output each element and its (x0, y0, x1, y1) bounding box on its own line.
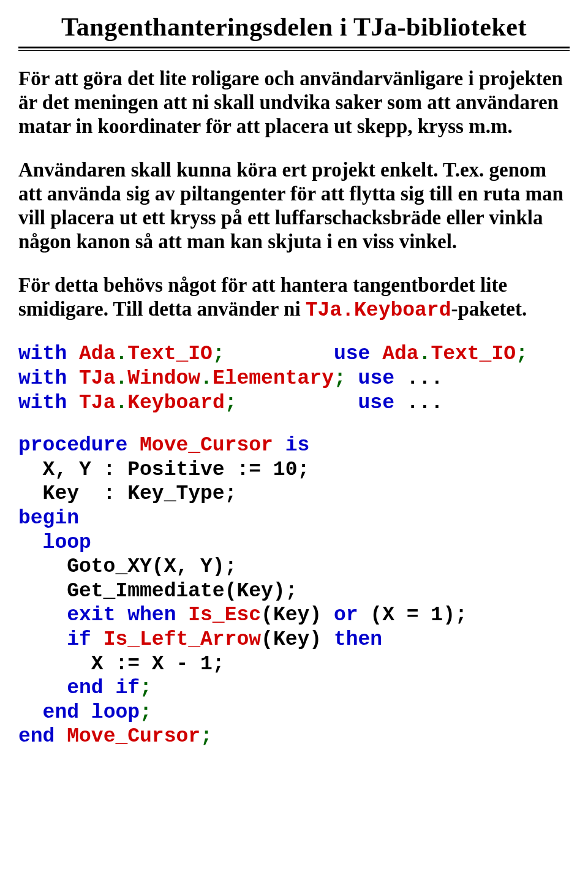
proc-name: Move_Cursor (140, 434, 273, 457)
args-isesc: (Key) (261, 604, 334, 626)
pkg-tja-2: TJa (79, 392, 115, 414)
kw-use-3: use (358, 392, 394, 414)
title-rule-bottom (18, 50, 570, 51)
dot: . (115, 392, 127, 414)
code-procedure: procedure Move_Cursor is X, Y : Positive… (18, 433, 570, 749)
cond-x1: (X = 1); (370, 604, 467, 626)
sc: ; (225, 392, 237, 414)
dot: . (115, 367, 127, 390)
call-gotoxy: Goto_XY(X, Y); (18, 555, 236, 578)
page: Tangenthanteringsdelen i TJa-biblioteket… (0, 0, 588, 885)
paragraph-3: För detta behövs något för att hantera t… (18, 273, 570, 323)
kw-procedure: procedure (18, 434, 127, 457)
decl-key: Key : Key_Type; (18, 482, 236, 505)
fn-isesc: Is_Esc (188, 604, 261, 626)
paragraph-2: Användaren skall kunna köra ert projekt … (18, 158, 570, 254)
assign-x: X := X - 1; (18, 653, 225, 675)
pad (346, 367, 358, 390)
title-rule-top (18, 47, 570, 48)
inline-code-tja-keyboard: TJa.Keyboard (306, 299, 451, 322)
fn-isleftarrow: Is_Left_Arrow (104, 628, 261, 651)
kw-loop: loop (18, 531, 91, 554)
rest: ... (394, 367, 443, 390)
kw-begin: begin (18, 507, 79, 530)
sc: ; (334, 367, 346, 390)
kw-end: end (18, 725, 55, 748)
pad (237, 392, 358, 414)
decl-xy: X, Y : Positive := 10; (18, 458, 309, 481)
kw-then: then (334, 628, 382, 651)
kw-use-1: use (334, 343, 370, 365)
pad (225, 343, 334, 365)
kw-if: if (67, 628, 91, 651)
pkg-ada-2: Ada (382, 343, 418, 365)
args-isleftarrow: (Key) (261, 628, 334, 651)
pkg-elementary: Elementary (213, 367, 334, 390)
kw-exit-when: exit when (67, 604, 176, 626)
pkg-tja-1: TJa (79, 367, 115, 390)
kw-with-1: with (18, 343, 67, 365)
kw-use-2: use (358, 367, 394, 390)
pkg-keyboard: Keyboard (127, 392, 224, 414)
paragraph-3-post: -paketet. (451, 298, 527, 320)
page-title: Tangenthanteringsdelen i TJa-biblioteket (18, 12, 570, 42)
dot: . (200, 367, 213, 390)
pkg-window: Window (127, 367, 200, 390)
kw-with-3: with (18, 392, 67, 414)
kw-with-2: with (18, 367, 67, 390)
pkg-textio-2: Text_IO (431, 343, 516, 365)
sc: ; (516, 343, 528, 365)
rest: ... (394, 392, 443, 414)
pkg-textio-1: Text_IO (127, 343, 213, 365)
kw-endloop: end loop (43, 701, 140, 724)
dot: . (115, 343, 127, 365)
kw-or: or (334, 604, 358, 626)
call-getimmediate: Get_Immediate(Key); (18, 580, 297, 602)
proc-name-end: Move_Cursor (67, 725, 200, 748)
dot: . (419, 343, 431, 365)
sc: ; (213, 343, 225, 365)
pkg-ada-1: Ada (79, 343, 115, 365)
kw-is: is (285, 434, 310, 457)
paragraph-1: För att göra det lite roligare och använ… (18, 67, 570, 139)
code-with-clauses: with Ada.Text_IO; use Ada.Text_IO; with … (18, 342, 570, 415)
kw-endif: end if (67, 677, 140, 699)
